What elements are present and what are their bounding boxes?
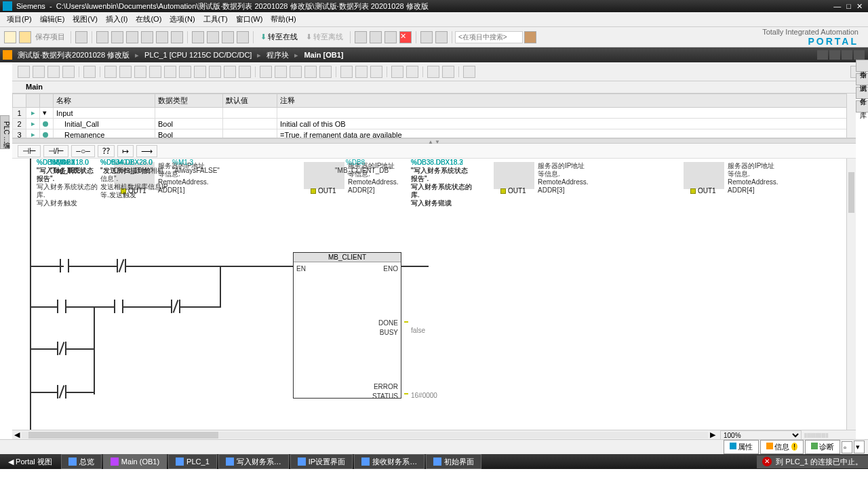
view4-icon[interactable]	[149, 66, 161, 78]
contact-no[interactable]	[114, 300, 123, 313]
table-row[interactable]: 3▸ RemanenceBool=True, if remanent data …	[13, 129, 856, 139]
nav-prev-icon[interactable]	[391, 66, 403, 78]
editor-close-button[interactable]	[854, 50, 865, 60]
extra2-icon[interactable]	[442, 66, 454, 78]
search-lock-icon[interactable]	[524, 31, 536, 43]
view7-icon[interactable]	[194, 66, 206, 78]
bc-blocks[interactable]: 程序块	[264, 50, 292, 60]
project-search-input[interactable]	[455, 31, 523, 43]
task-plc1[interactable]: PLC_1	[168, 454, 217, 469]
side-tab-instructions[interactable]: 指令	[856, 60, 868, 72]
extra1-icon[interactable]	[427, 66, 439, 78]
monitor4-icon[interactable]	[304, 66, 317, 78]
extra3-icon[interactable]	[463, 66, 475, 78]
contact-nc[interactable]	[57, 385, 66, 399]
col-comment[interactable]: 注释	[277, 94, 856, 108]
task-recv[interactable]: 接收财务系…	[354, 454, 425, 469]
new-project-icon[interactable]	[4, 31, 16, 43]
maximize-button[interactable]: □	[844, 2, 854, 10]
go-offline-button[interactable]: ⬇转至离线	[302, 32, 347, 42]
left-side-tab[interactable]: PLC 编…	[0, 115, 9, 149]
menu-help[interactable]: 帮助(H)	[267, 14, 300, 24]
portal-view-button[interactable]: ◀ Portal 视图	[0, 457, 60, 467]
monitor3-icon[interactable]	[290, 66, 302, 78]
editor-minimize-button[interactable]	[817, 50, 828, 60]
delete-network-icon[interactable]	[33, 66, 45, 78]
open-project-icon[interactable]	[19, 31, 31, 43]
zoom-select[interactable]: 100%	[720, 430, 802, 440]
task-ip[interactable]: IP设置界面	[290, 454, 353, 469]
coil-button[interactable]: –○–	[71, 145, 95, 157]
split-h-icon[interactable]	[420, 31, 433, 43]
side-tab-tasks[interactable]: 任务	[856, 87, 868, 99]
goto-icon[interactable]	[47, 66, 60, 78]
col-default[interactable]: 默认值	[223, 94, 277, 108]
insert-network-icon[interactable]	[18, 66, 30, 78]
view6-icon[interactable]	[179, 66, 191, 78]
inspector-collapse[interactable]: ▫	[842, 441, 852, 453]
splitter-handle[interactable]: ▲ ▼	[12, 138, 856, 144]
box-button[interactable]: ⁇	[98, 145, 115, 157]
menu-project[interactable]: 项目(P)	[3, 14, 36, 24]
view8-icon[interactable]	[209, 66, 221, 78]
menu-options[interactable]: 选项(N)	[165, 14, 199, 24]
cut-icon[interactable]	[96, 31, 108, 43]
hmi-icon[interactable]	[384, 31, 397, 43]
table-row[interactable]: 1▸▾ Input	[13, 108, 856, 119]
menu-view[interactable]: 视图(V)	[68, 14, 102, 24]
ladder-v-scrollbar[interactable]	[846, 159, 856, 430]
table-scrollbar[interactable]	[846, 94, 856, 138]
task-main[interactable]: Main (OB1)	[103, 454, 167, 469]
inspector-expand[interactable]: ▾	[854, 441, 865, 453]
save-project-button[interactable]: 保存项目	[33, 32, 68, 42]
mb-client-block[interactable]: MB_CLIENT EN ENO DONE BUSY ERROR STATUS	[293, 252, 401, 399]
side-tab-test[interactable]: 测试	[856, 73, 868, 85]
go-online-button[interactable]: ⬇转至在线	[256, 32, 302, 42]
monitor2-icon[interactable]	[275, 66, 287, 78]
view5-icon[interactable]	[164, 66, 176, 78]
col-name[interactable]: 名称	[54, 94, 155, 108]
table-row[interactable]: 2▸ Initial_CallBoolInitial call of this …	[13, 119, 856, 129]
minimize-button[interactable]: —	[831, 2, 844, 10]
ladder-h-scrollbar[interactable]: ◀ ▶ 100% |||||||||||||||||	[12, 430, 856, 439]
monitor1-icon[interactable]	[260, 66, 272, 78]
redo-icon[interactable]	[171, 31, 183, 43]
contact-no[interactable]	[57, 300, 66, 313]
task-overview[interactable]: 总览	[61, 454, 102, 469]
tab-properties[interactable]: 属性	[724, 440, 759, 454]
simulate-icon[interactable]	[237, 31, 249, 43]
monitor5-icon[interactable]	[319, 66, 332, 78]
list-icon[interactable]	[83, 66, 96, 78]
comment-icon[interactable]	[62, 66, 75, 78]
upload-icon[interactable]	[222, 31, 234, 43]
contact-nc[interactable]	[171, 300, 180, 313]
contact-no-button[interactable]: ⊣⊢	[18, 145, 41, 157]
bc-main[interactable]: Main [OB1]	[301, 51, 346, 59]
view3-icon[interactable]	[134, 66, 146, 78]
contact-nc[interactable]	[57, 342, 66, 355]
bc-project[interactable]: 测试版·数据列表20201028 修改版	[15, 50, 132, 60]
split-v-icon[interactable]	[435, 31, 448, 43]
ladder-editor[interactable]: 服务器的IP地址等信息. RemoteAddress. ADDR[1] OUT1…	[12, 159, 856, 430]
plc-icon[interactable]	[370, 31, 382, 43]
stop-icon[interactable]: ✕	[399, 31, 412, 43]
menu-tools[interactable]: 工具(T)	[199, 14, 232, 24]
paste-icon[interactable]	[126, 31, 138, 43]
compile-icon[interactable]	[192, 31, 204, 43]
col-type[interactable]: 数据类型	[155, 94, 223, 108]
view9-icon[interactable]	[224, 66, 236, 78]
print-icon[interactable]	[75, 31, 87, 43]
bc-plc[interactable]: PLC_1 [CPU 1215C DC/DC/DC]	[142, 51, 254, 59]
view2-icon[interactable]	[119, 66, 132, 78]
view10-icon[interactable]	[239, 66, 251, 78]
nav-next-icon[interactable]	[406, 66, 418, 78]
tab-info[interactable]: 信息 !	[760, 440, 804, 454]
fav1-icon[interactable]	[340, 66, 353, 78]
contact-nc[interactable]	[117, 259, 126, 272]
menu-window[interactable]: 窗口(W)	[232, 14, 267, 24]
fav3-icon[interactable]	[370, 66, 382, 78]
editor-restore-button[interactable]	[829, 50, 840, 60]
editor-float-button[interactable]	[842, 50, 852, 60]
menu-online[interactable]: 在线(O)	[132, 14, 165, 24]
menu-edit[interactable]: 编辑(E)	[36, 14, 69, 24]
